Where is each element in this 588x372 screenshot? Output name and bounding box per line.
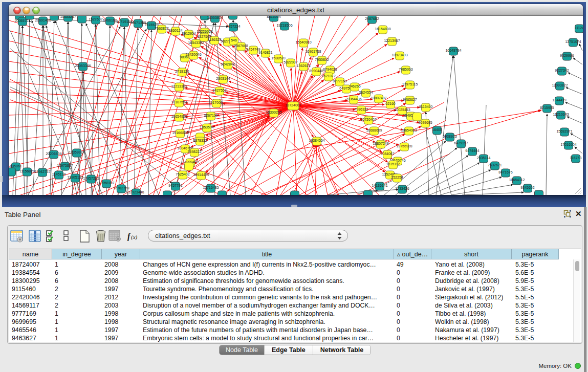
svg-text:16671355: 16671355 bbox=[130, 21, 146, 25]
svg-text:18807249: 18807249 bbox=[373, 142, 388, 145]
svg-text:19384554: 19384554 bbox=[309, 139, 324, 142]
svg-text:20364436: 20364436 bbox=[345, 97, 361, 101]
svg-text:8215955: 8215955 bbox=[540, 106, 554, 110]
svg-text:1527602: 1527602 bbox=[89, 17, 102, 21]
svg-text:10107554: 10107554 bbox=[171, 100, 187, 104]
svg-text:9329966: 9329966 bbox=[560, 54, 574, 57]
svg-text:10654112: 10654112 bbox=[509, 178, 525, 182]
svg-text:9115460: 9115460 bbox=[419, 105, 433, 108]
svg-text:1244419: 1244419 bbox=[552, 98, 566, 102]
svg-text:7515526: 7515526 bbox=[144, 23, 158, 27]
svg-text:18300295: 18300295 bbox=[266, 111, 281, 114]
svg-text:13751074: 13751074 bbox=[565, 40, 581, 43]
svg-text:16210643: 16210643 bbox=[553, 113, 569, 116]
svg-text:12905135: 12905135 bbox=[67, 176, 83, 179]
svg-text:7857224: 7857224 bbox=[226, 25, 240, 28]
svg-text:19654923: 19654923 bbox=[401, 128, 417, 132]
svg-text:20053346: 20053346 bbox=[75, 64, 91, 68]
svg-text:1733426: 1733426 bbox=[395, 187, 409, 190]
svg-text:15226058: 15226058 bbox=[197, 30, 212, 33]
svg-text:1621072: 1621072 bbox=[321, 74, 335, 78]
svg-text:17359924: 17359924 bbox=[69, 150, 84, 154]
svg-text:5322037: 5322037 bbox=[284, 60, 297, 64]
svg-text:11124: 11124 bbox=[575, 26, 583, 30]
svg-text:7485063: 7485063 bbox=[399, 68, 412, 71]
svg-text:15692971: 15692971 bbox=[556, 129, 572, 133]
svg-text:116753: 116753 bbox=[570, 156, 582, 160]
svg-text:16053809: 16053809 bbox=[207, 16, 223, 19]
svg-text:1362615: 1362615 bbox=[296, 64, 310, 68]
svg-text:2367608: 2367608 bbox=[234, 44, 248, 48]
svg-text:12942737: 12942737 bbox=[34, 170, 50, 173]
svg-text:3498222: 3498222 bbox=[187, 150, 201, 154]
svg-text:8912954: 8912954 bbox=[182, 32, 195, 35]
svg-text:10807487: 10807487 bbox=[371, 96, 386, 100]
svg-text:14136141: 14136141 bbox=[372, 184, 387, 187]
svg-text:10975887: 10975887 bbox=[57, 164, 73, 167]
svg-text:19166829: 19166829 bbox=[172, 131, 188, 135]
svg-text:252254: 252254 bbox=[391, 176, 403, 179]
svg-text:5938923: 5938923 bbox=[443, 135, 456, 138]
svg-text:6794028: 6794028 bbox=[323, 68, 337, 71]
svg-text:10958107: 10958107 bbox=[98, 181, 114, 185]
svg-text:9084067: 9084067 bbox=[380, 152, 394, 156]
svg-text:7663822: 7663822 bbox=[155, 27, 168, 30]
svg-text:6466160: 6466160 bbox=[103, 18, 117, 22]
svg-text:9242848: 9242848 bbox=[221, 62, 234, 66]
svg-text:8427552: 8427552 bbox=[212, 89, 226, 92]
svg-text:12213967: 12213967 bbox=[384, 39, 400, 42]
svg-text:19218506: 19218506 bbox=[276, 24, 292, 27]
svg-text:15716485: 15716485 bbox=[203, 186, 219, 189]
svg-text:6479197: 6479197 bbox=[454, 141, 468, 145]
svg-text:16961758: 16961758 bbox=[305, 50, 321, 53]
svg-text:1615112: 1615112 bbox=[386, 162, 400, 166]
svg-text:2803144: 2803144 bbox=[216, 77, 230, 80]
svg-text:7632621: 7632621 bbox=[488, 163, 502, 167]
svg-text:1353594: 1353594 bbox=[200, 125, 213, 129]
svg-text:22420046: 22420046 bbox=[185, 53, 201, 56]
svg-text:746266: 746266 bbox=[349, 84, 360, 88]
svg-text:(x): (x) bbox=[131, 234, 138, 240]
svg-text:16543382: 16543382 bbox=[188, 41, 204, 45]
svg-text:9777169: 9777169 bbox=[333, 79, 346, 83]
svg-text:8471676: 8471676 bbox=[498, 170, 512, 174]
svg-text:9860124: 9860124 bbox=[168, 29, 182, 32]
svg-text:16782759: 16782759 bbox=[113, 186, 129, 190]
svg-text:f: f bbox=[127, 232, 131, 241]
svg-text:3624554: 3624554 bbox=[359, 91, 373, 94]
svg-text:12093822: 12093822 bbox=[552, 83, 568, 87]
svg-text:15720407: 15720407 bbox=[360, 118, 376, 121]
svg-text:62160: 62160 bbox=[385, 102, 396, 105]
svg-text:16405: 16405 bbox=[432, 128, 442, 132]
svg-text:8878332: 8878332 bbox=[193, 139, 207, 142]
svg-text:917006: 917006 bbox=[210, 101, 222, 104]
svg-text:10688609: 10688609 bbox=[366, 128, 382, 132]
svg-text:10025453: 10025453 bbox=[394, 108, 410, 112]
svg-text:10973493: 10973493 bbox=[391, 53, 407, 57]
svg-text:9457791: 9457791 bbox=[168, 184, 182, 187]
svg-text:3267130: 3267130 bbox=[204, 114, 217, 117]
svg-text:9474444: 9474444 bbox=[465, 149, 479, 152]
svg-text:7986322: 7986322 bbox=[354, 107, 368, 111]
svg-text:9699695: 9699695 bbox=[418, 121, 432, 124]
svg-text:19756928: 19756928 bbox=[396, 144, 412, 148]
svg-text:9245652: 9245652 bbox=[520, 186, 534, 189]
svg-text:12213369: 12213369 bbox=[171, 84, 187, 88]
svg-text:17016504: 17016504 bbox=[560, 143, 576, 146]
svg-text:16914479: 16914479 bbox=[193, 173, 209, 177]
svg-text:16648784: 16648784 bbox=[445, 49, 461, 52]
svg-text:1588520: 1588520 bbox=[271, 56, 285, 60]
svg-text:10653267: 10653267 bbox=[60, 16, 76, 18]
svg-text:16154808: 16154808 bbox=[375, 27, 390, 31]
svg-text:18724007: 18724007 bbox=[285, 103, 301, 107]
svg-text:9463627: 9463627 bbox=[403, 98, 417, 101]
svg-text:2718126: 2718126 bbox=[175, 70, 189, 73]
svg-text:835061: 835061 bbox=[10, 164, 21, 168]
svg-text:1145194: 1145194 bbox=[52, 172, 66, 176]
svg-text:546: 546 bbox=[231, 38, 237, 42]
svg-text:8186328: 8186328 bbox=[207, 38, 221, 41]
svg-text:20206536: 20206536 bbox=[46, 152, 61, 156]
svg-text:19654925: 19654925 bbox=[171, 115, 187, 118]
svg-text:7955812: 7955812 bbox=[315, 58, 329, 61]
svg-text:17957225: 17957225 bbox=[83, 177, 99, 180]
